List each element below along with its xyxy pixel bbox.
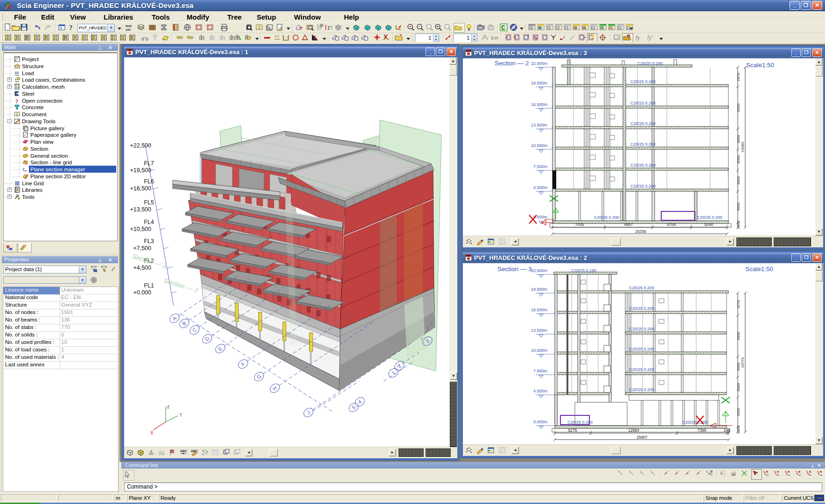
svg-text:E: E (217, 345, 223, 352)
svg-text:FL5: FL5 (144, 199, 154, 206)
svg-text:4500: 4500 (736, 203, 741, 211)
svg-text:5240: 5240 (705, 222, 713, 227)
svg-text:+10,500: +10,500 (130, 226, 151, 232)
svg-text:16.500m: 16.500m (531, 308, 547, 312)
svg-text:C20/25 0.200: C20/25 0.200 (567, 420, 593, 425)
svg-text:13.500m: 13.500m (531, 328, 547, 333)
svg-text:C20/25 0.200: C20/25 0.200 (629, 306, 654, 311)
svg-text:z: z (167, 404, 169, 409)
svg-text:+7,500: +7,500 (133, 245, 151, 252)
svg-text:Section — 2: Section — 2 (163, 277, 199, 294)
svg-text:3270: 3270 (736, 300, 741, 308)
svg-text:1000: 1000 (736, 221, 741, 229)
svg-text:Y: Y (179, 413, 182, 418)
svg-text:+19,500: +19,500 (130, 167, 151, 174)
svg-text:B: B (181, 320, 187, 327)
svg-text:x: x (377, 24, 378, 27)
svg-text:C20/25 0.200: C20/25 0.200 (630, 184, 656, 189)
svg-text:G: G (256, 373, 262, 380)
svg-text:6957: 6957 (624, 222, 633, 227)
svg-text:7435: 7435 (575, 222, 584, 227)
svg-text:J: J (306, 410, 311, 416)
svg-text:x: x (366, 24, 367, 27)
svg-text:C20/25 0.200: C20/25 0.200 (629, 367, 654, 372)
svg-text:5704: 5704 (667, 222, 676, 227)
svg-text:7.500m: 7.500m (533, 369, 547, 373)
svg-text:1000: 1000 (736, 426, 741, 434)
svg-text:Section — 2: Section — 2 (495, 60, 529, 67)
svg-text:Scale1:50: Scale1:50 (745, 266, 773, 273)
svg-text:ABC: ABC (191, 449, 198, 453)
svg-text:fy: fy (647, 35, 652, 41)
svg-text:16.500m: 16.500m (531, 102, 547, 107)
svg-text:6000: 6000 (736, 332, 741, 340)
svg-text:3000: 3000 (736, 155, 741, 164)
svg-text:?: ? (15, 98, 18, 104)
svg-text:x: x (355, 24, 356, 27)
svg-text:7390: 7390 (698, 428, 706, 433)
svg-text:13.500m: 13.500m (531, 123, 547, 127)
svg-text:2970: 2970 (736, 73, 741, 81)
svg-text:Scale1:50: Scale1:50 (746, 62, 774, 69)
svg-text:+4,500: +4,500 (133, 265, 151, 271)
svg-text:C20/25 0.200: C20/25 0.200 (630, 163, 656, 168)
svg-text:I?: I? (327, 25, 332, 31)
svg-text:22.500m: 22.500m (531, 268, 547, 273)
svg-text:Section — 3: Section — 3 (497, 266, 532, 273)
svg-text:C20/25 0.200: C20/25 0.200 (629, 347, 654, 351)
svg-text:FL3: FL3 (144, 238, 154, 245)
svg-text:C20/25 0.180: C20/25 0.180 (571, 268, 596, 273)
svg-text:C20/25 0.200: C20/25 0.200 (629, 327, 654, 331)
svg-text:2: 2 (397, 363, 402, 369)
svg-text:20770: 20770 (741, 357, 745, 368)
svg-text:C20/25 0.200: C20/25 0.200 (630, 101, 656, 105)
svg-text:H: H (272, 385, 278, 392)
svg-text:+0.000: +0.000 (133, 289, 151, 296)
svg-text:19.500m: 19.500m (531, 287, 547, 292)
svg-text:C20/25 0.200: C20/25 0.200 (630, 142, 656, 147)
svg-text:1: 1 (391, 370, 396, 376)
svg-text:5275: 5275 (568, 428, 577, 433)
svg-text:+22,500: +22,500 (130, 142, 151, 149)
svg-text:1: 1 (527, 34, 530, 38)
svg-text:C20/25 0.200: C20/25 0.200 (630, 121, 656, 126)
svg-text:4.500m: 4.500m (533, 389, 547, 393)
svg-text:C: C (191, 327, 198, 333)
svg-text:x: x (387, 24, 388, 27)
svg-text:C20/25 0.200: C20/25 0.200 (629, 387, 654, 392)
svg-text:1:10: 1:10 (491, 35, 498, 40)
svg-text:23480: 23480 (741, 141, 745, 152)
svg-text:10.500m: 10.500m (531, 348, 547, 353)
svg-text:C20/25 0.200: C20/25 0.200 (629, 286, 654, 290)
svg-text:19.500m: 19.500m (531, 81, 547, 85)
svg-text:3000: 3000 (736, 363, 741, 371)
svg-text:FL1: FL1 (144, 282, 154, 289)
svg-text:cm: cm (126, 28, 131, 32)
svg-text:D: D (204, 336, 210, 342)
svg-text:3000: 3000 (736, 383, 741, 392)
svg-text:C20/25 0.180: C20/25 0.180 (637, 61, 663, 66)
svg-text:3000: 3000 (736, 176, 741, 185)
svg-text:fy: fy (636, 35, 640, 41)
svg-text:X: X (150, 430, 154, 435)
svg-text:FL7: FL7 (144, 160, 154, 167)
svg-text:4500: 4500 (736, 408, 741, 416)
svg-text:25336: 25336 (635, 229, 646, 234)
svg-text:+16,500: +16,500 (130, 185, 151, 192)
svg-text:248: 248 (724, 428, 730, 433)
svg-text:F: F (240, 361, 246, 367)
svg-text:12694: 12694 (628, 428, 639, 433)
svg-text:FL6: FL6 (144, 178, 154, 185)
svg-text:+13,500: +13,500 (130, 206, 151, 213)
svg-text:ABC: ABC (180, 449, 187, 453)
svg-text:7.500m: 7.500m (533, 164, 547, 169)
svg-text:6020: 6020 (736, 104, 741, 112)
svg-text:C20/25 0.200: C20/25 0.200 (697, 215, 722, 220)
svg-text:C20/25 0.200: C20/25 0.200 (594, 215, 619, 220)
svg-text:10.500m: 10.500m (531, 143, 547, 148)
svg-text:25807: 25807 (636, 435, 648, 440)
svg-text:A: A (171, 315, 178, 322)
svg-text:0.000m: 0.000m (533, 420, 547, 424)
svg-text:++: ++ (274, 34, 280, 39)
svg-text:3000: 3000 (736, 135, 741, 143)
